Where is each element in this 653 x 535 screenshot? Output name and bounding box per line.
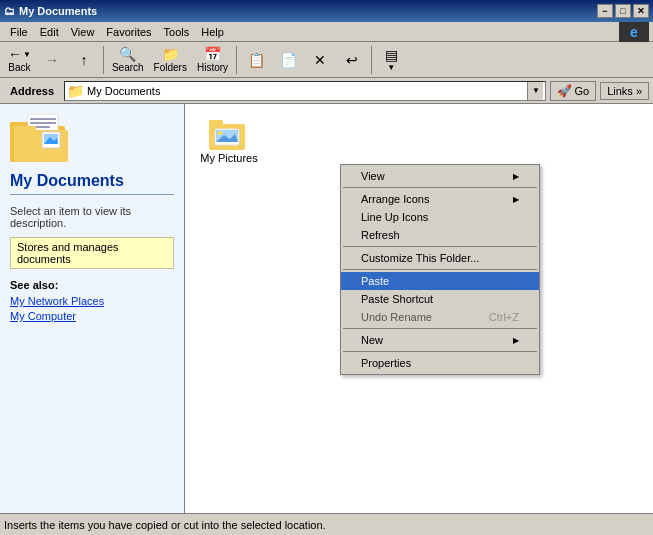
views-button[interactable]: ▤ ▼ [376,44,406,76]
history-button[interactable]: 📅 History [193,44,232,76]
menu-edit[interactable]: Edit [34,24,65,40]
stores-manages-badge: Stores and manages documents [10,237,174,269]
my-network-places-link[interactable]: My Network Places [10,295,174,307]
my-pictures-folder-icon [209,116,249,152]
my-computer-link[interactable]: My Computer [10,310,174,322]
toolbar: ← ▼ Back → ↑ 🔍 Search 📁 Folders 📅 Histor… [0,42,653,78]
right-content: My Pictures View Arrange Icons Line Up I… [185,104,653,513]
ctx-customize[interactable]: Customize This Folder... [341,249,539,267]
svg-rect-4 [30,122,56,124]
ctx-new[interactable]: New [341,331,539,349]
close-button[interactable]: ✕ [633,4,649,18]
ctx-arrange-icons[interactable]: Arrange Icons [341,190,539,208]
address-bar: Address 📁 ▼ 🚀 Go Links » [0,78,653,104]
window-title: My Documents [19,5,97,17]
delete-button[interactable]: ✕ [305,44,335,76]
go-button[interactable]: 🚀 Go [550,81,596,101]
menu-bar: File Edit View Favorites Tools Help e [0,22,653,42]
ctx-view[interactable]: View [341,167,539,185]
ctx-undo-rename[interactable]: Undo Rename Ctrl+Z [341,308,539,326]
menu-favorites[interactable]: Favorites [100,24,157,40]
folder-icon-area [10,114,174,164]
status-text: Inserts the items you have copied or cut… [4,519,326,531]
address-input-container: 📁 ▼ [64,81,546,101]
main-content: My Documents Select an item to view its … [0,104,653,513]
svg-point-16 [218,131,222,135]
ctx-properties[interactable]: Properties [341,354,539,372]
title-left: 🗂 My Documents [4,5,97,17]
address-input[interactable] [87,85,527,97]
address-label: Address [4,85,60,97]
ctx-sep-3 [343,269,537,270]
toolbar-separator-3 [371,46,372,74]
menu-help[interactable]: Help [195,24,230,40]
copy-to-button[interactable]: 📄 [273,44,303,76]
menu-tools[interactable]: Tools [158,24,196,40]
ctx-undo-shortcut: Ctrl+Z [489,311,519,323]
forward-button[interactable]: → [37,44,67,76]
undo-button[interactable]: ↩ [337,44,367,76]
menu-file[interactable]: File [4,24,34,40]
links-button[interactable]: Links » [600,82,649,100]
ctx-sep-5 [343,351,537,352]
ctx-sep-2 [343,246,537,247]
ctx-paste[interactable]: Paste [341,272,539,290]
status-bar: Inserts the items you have copied or cut… [0,513,653,535]
ctx-line-up-icons[interactable]: Line Up Icons [341,208,539,226]
see-also-label: See also: [10,279,174,291]
ctx-refresh[interactable]: Refresh [341,226,539,244]
svg-rect-12 [209,120,223,126]
back-button[interactable]: ← ▼ Back [4,44,35,76]
ctx-sep-1 [343,187,537,188]
address-dropdown-button[interactable]: ▼ [527,82,543,100]
svg-rect-3 [30,118,56,120]
ie-logo: e [619,22,649,42]
title-controls: − □ ✕ [597,4,649,18]
ctx-sep-4 [343,328,537,329]
my-documents-icon [10,112,80,164]
minimize-button[interactable]: − [597,4,613,18]
menu-view[interactable]: View [65,24,101,40]
up-button[interactable]: ↑ [69,44,99,76]
my-pictures-label: My Pictures [200,152,257,164]
left-panel: My Documents Select an item to view its … [0,104,185,513]
toolbar-separator-2 [236,46,237,74]
folder-title: My Documents [10,172,174,195]
my-pictures-item[interactable]: My Pictures [197,116,261,164]
folders-button[interactable]: 📁 Folders [150,44,191,76]
maximize-button[interactable]: □ [615,4,631,18]
ctx-paste-shortcut[interactable]: Paste Shortcut [341,290,539,308]
svg-rect-7 [14,126,36,132]
select-item-text: Select an item to view its description. [10,205,174,229]
context-menu: View Arrange Icons Line Up Icons Refresh… [340,164,540,375]
title-bar: 🗂 My Documents − □ ✕ [0,0,653,22]
window-icon: 🗂 [4,5,15,17]
toolbar-separator-1 [103,46,104,74]
move-to-button[interactable]: 📋 [241,44,271,76]
search-button[interactable]: 🔍 Search [108,44,148,76]
